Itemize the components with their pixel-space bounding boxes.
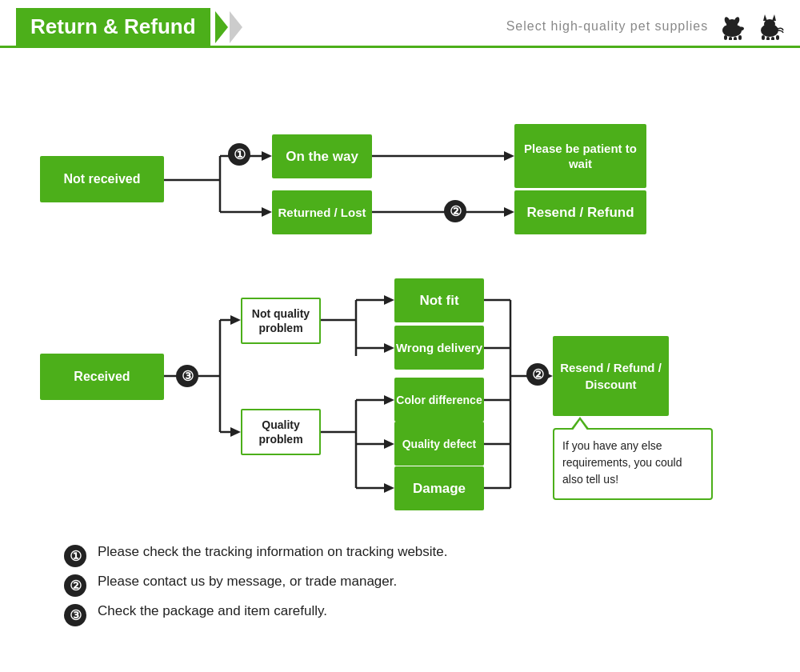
svg-marker-12: [772, 14, 776, 21]
legend-text-2: Please contact us by message, or trade m…: [98, 574, 397, 590]
main-content: Not received ① On the way Returned / Los…: [0, 48, 800, 649]
header-subtitle: Select high-quality pet supplies: [506, 14, 784, 41]
svg-marker-11: [763, 14, 767, 21]
svg-rect-14: [766, 37, 770, 40]
chevron-decoration: [215, 11, 244, 43]
badge-3: ③: [176, 365, 198, 387]
legend-item-3: ③ Check the package and item carefully.: [64, 603, 736, 626]
returned-lost-box: Returned / Lost: [272, 190, 372, 234]
quality-defect-box: Quality defect: [394, 422, 484, 466]
svg-rect-13: [762, 35, 765, 40]
not-fit-box: Not fit: [394, 278, 484, 322]
legend-section: ① Please check the tracking information …: [24, 536, 776, 641]
svg-marker-44: [384, 439, 394, 449]
svg-marker-22: [262, 207, 272, 217]
not-quality-box: Not quality problem: [241, 298, 321, 344]
resend-refund-top-box: Resend / Refund: [514, 190, 646, 234]
legend-item-1: ① Please check the tracking information …: [64, 544, 736, 567]
resend-refund-discount-box: Resend / Refund / Discount: [553, 336, 669, 416]
also-tell-us-box: If you have any else requirements, you c…: [553, 428, 713, 500]
svg-marker-32: [230, 427, 241, 437]
on-the-way-box: On the way: [272, 134, 372, 178]
legend-badge-2: ②: [64, 574, 86, 597]
legend-text-1: Please check the tracking information on…: [98, 544, 448, 560]
subtitle-text: Select high-quality pet supplies: [506, 19, 709, 34]
received-box: Received: [40, 354, 164, 400]
legend-badge-3: ③: [64, 604, 86, 626]
svg-marker-38: [384, 343, 394, 353]
svg-rect-7: [738, 35, 742, 40]
svg-marker-46: [384, 483, 394, 493]
not-received-box: Not received: [40, 156, 164, 202]
page-header: Return & Refund Select high-quality pet …: [0, 0, 800, 48]
flow-diagram: Not received ① On the way Returned / Los…: [24, 64, 776, 536]
damage-box: Damage: [394, 466, 484, 510]
svg-marker-36: [384, 295, 394, 305]
svg-rect-4: [724, 35, 727, 40]
svg-marker-30: [230, 315, 241, 325]
badge-2-top: ②: [444, 200, 466, 222]
legend-text-3: Check the package and item carefully.: [98, 603, 327, 619]
svg-rect-15: [771, 37, 774, 40]
svg-marker-20: [262, 151, 272, 161]
svg-rect-5: [729, 37, 732, 40]
svg-marker-26: [504, 207, 514, 217]
svg-rect-6: [734, 37, 737, 40]
svg-rect-16: [776, 35, 779, 40]
also-tell-us-text: If you have any else requirements, you c…: [562, 439, 682, 486]
badge-2-bottom: ②: [526, 363, 549, 386]
page-title: Return & Refund: [30, 14, 196, 39]
legend-item-2: ② Please contact us by message, or trade…: [64, 574, 736, 597]
legend-badge-1: ①: [64, 545, 86, 567]
color-diff-box: Color difference: [394, 378, 484, 422]
wrong-delivery-box: Wrong delivery: [394, 326, 484, 370]
chevron-icon-2: [230, 11, 242, 43]
pet-icons: [716, 14, 784, 41]
chevron-icon: [215, 11, 228, 43]
svg-marker-24: [504, 151, 514, 161]
title-box: Return & Refund: [16, 8, 210, 46]
quality-box: Quality problem: [241, 409, 321, 455]
badge-1: ①: [228, 143, 250, 166]
please-wait-box: Please be patient to wait: [514, 124, 646, 188]
svg-marker-42: [384, 395, 394, 405]
